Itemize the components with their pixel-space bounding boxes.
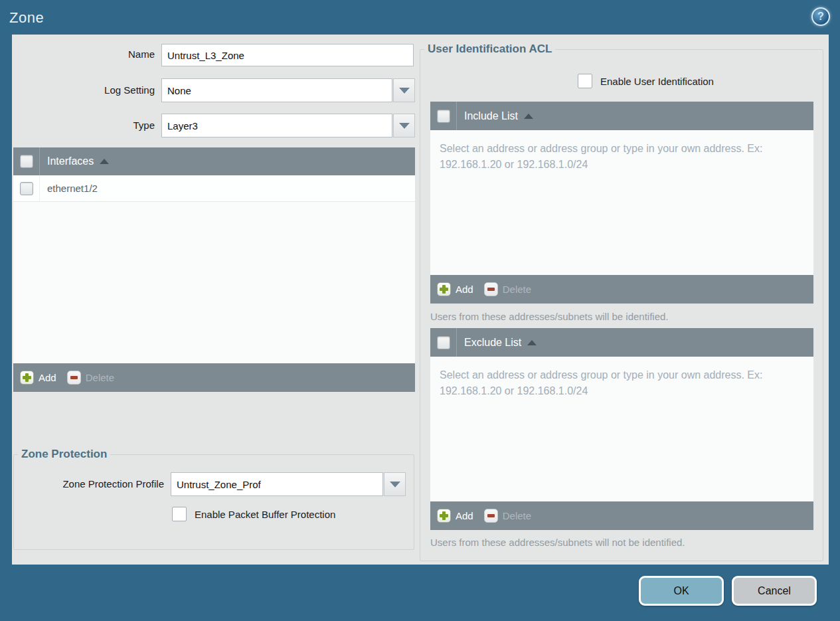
interfaces-column-title: Interfaces (47, 155, 94, 167)
help-glyph: ? (817, 11, 824, 22)
include-list-footer: Add Delete (430, 275, 813, 304)
exclude-list-title: Exclude List (464, 337, 521, 349)
zone-protection-group: Zone Protection (13, 448, 414, 550)
exclude-list-footer: Add Delete (430, 501, 813, 530)
interfaces-add-label: Add (39, 372, 56, 383)
minus-icon (67, 371, 81, 385)
ok-button[interactable]: OK (639, 576, 724, 606)
packet-buffer-protection-label: Enable Packet Buffer Protection (195, 509, 335, 520)
interfaces-delete-label: Delete (86, 372, 114, 383)
interfaces-table-footer: Add Delete (13, 363, 415, 392)
include-list-body[interactable]: Select an address or address group or ty… (430, 130, 813, 275)
include-add-button[interactable]: Add (437, 282, 473, 296)
interfaces-table-body: ethernet1/2 (13, 175, 415, 363)
exclude-list-placeholder: Select an address or address group or ty… (430, 357, 802, 410)
zone-dialog: { "title_bar": { "title": "Zone", "help_… (0, 0, 840, 621)
exclude-add-label: Add (456, 510, 473, 521)
type-dropdown-button[interactable] (393, 114, 415, 137)
log-setting-label: Log Setting (12, 78, 161, 102)
dialog-title: Zone (9, 9, 44, 27)
zone-protection-profile-input[interactable] (171, 472, 383, 496)
interface-row[interactable]: ethernet1/2 (13, 175, 415, 202)
exclude-list-helper: Users from these addresses/subnets will … (430, 537, 813, 548)
user-id-acl-legend: User Identification ACL (424, 43, 555, 56)
exclude-list-body[interactable]: Select an address or address group or ty… (430, 357, 813, 501)
zone-protection-profile-label: Zone Protection Profile (12, 472, 171, 496)
dialog-body: Name Log Setting Type Interfaces etherne… (12, 35, 829, 565)
plus-icon (437, 282, 451, 296)
chevron-down-icon (399, 88, 410, 94)
interface-row-label: ethernet1/2 (47, 175, 98, 201)
plus-icon (437, 509, 451, 523)
exclude-list-header[interactable]: Exclude List (430, 328, 813, 357)
type-input[interactable] (161, 114, 392, 137)
minus-icon (484, 509, 498, 523)
exclude-add-button[interactable]: Add (437, 509, 473, 523)
include-list-title: Include List (464, 110, 518, 122)
type-label: Type (12, 114, 161, 137)
name-input[interactable] (161, 44, 414, 66)
interface-row-checkbox[interactable] (20, 182, 33, 195)
packet-buffer-protection-checkbox[interactable] (172, 507, 187, 521)
exclude-delete-button[interactable]: Delete (484, 509, 531, 523)
exclude-delete-label: Delete (503, 510, 531, 521)
include-delete-button[interactable]: Delete (484, 282, 531, 296)
enable-user-identification-label: Enable User Identification (600, 76, 714, 87)
zone-protection-profile-dropdown-button[interactable] (384, 472, 406, 496)
minus-icon (484, 282, 498, 296)
dialog-titlebar: Zone ? (0, 0, 840, 35)
cancel-button[interactable]: Cancel (732, 576, 817, 606)
interfaces-table-header[interactable]: Interfaces (13, 147, 415, 175)
chevron-down-icon (390, 482, 400, 488)
zone-protection-legend: Zone Protection (18, 448, 110, 461)
log-setting-dropdown-button[interactable] (393, 78, 415, 102)
include-select-all-checkbox[interactable] (437, 110, 450, 123)
sort-asc-icon (527, 340, 537, 345)
chevron-down-icon (399, 123, 410, 129)
name-label: Name (12, 44, 161, 65)
plus-icon (20, 371, 34, 385)
help-icon[interactable]: ? (811, 7, 830, 26)
sort-asc-icon (100, 159, 109, 164)
log-setting-input[interactable] (161, 78, 392, 102)
interfaces-add-button[interactable]: Add (20, 371, 56, 385)
include-delete-label: Delete (503, 284, 531, 295)
interfaces-select-all-checkbox[interactable] (20, 155, 33, 168)
enable-user-identification-checkbox[interactable] (578, 74, 592, 88)
include-list-header[interactable]: Include List (430, 102, 813, 130)
sort-asc-icon (524, 114, 533, 119)
include-list-helper: Users from these addresses/subnets will … (430, 311, 813, 322)
interfaces-delete-button[interactable]: Delete (67, 371, 114, 385)
include-add-label: Add (456, 284, 473, 295)
include-list-placeholder: Select an address or address group or ty… (430, 130, 802, 183)
exclude-select-all-checkbox[interactable] (437, 336, 450, 349)
